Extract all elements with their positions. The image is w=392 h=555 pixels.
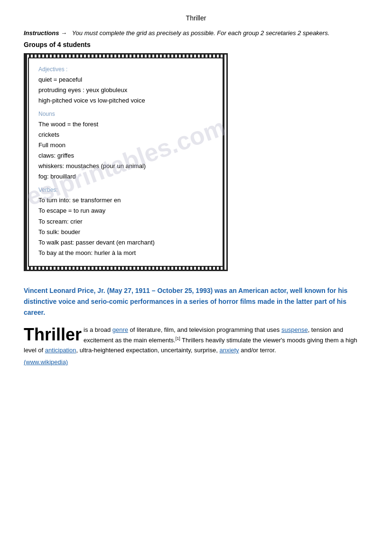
verbes-label: Verbes: [38, 187, 213, 193]
adjective-line-2: protruding eyes : yeux globuleux [38, 85, 213, 95]
def-text-middle: of literature, film, and television prog… [128, 326, 281, 333]
verbe-line-4: To sulk: bouder [38, 227, 213, 237]
card-inner: Adjectives : quiet = peaceful protruding… [28, 57, 224, 267]
noun-line-5: whiskers: moustaches (pour un animal) [38, 161, 213, 171]
instructions-label: Instructions → [24, 29, 67, 37]
def-text5: and/or terror. [239, 347, 276, 354]
instructions-text: You must complete the grid as precisely … [72, 29, 330, 37]
page-title: Thriller [24, 14, 368, 22]
noun-line-4: claws: griffes [38, 151, 213, 161]
vocabulary-card: Adjectives : quiet = peaceful protruding… [24, 53, 228, 271]
def-suspense: suspense [281, 326, 308, 333]
adjective-line-1: quiet = peaceful [38, 75, 213, 85]
verbe-line-3: To scream: crier [38, 216, 213, 227]
wikipedia-link[interactable]: (www.wikipedia) [24, 358, 68, 366]
instructions: Instructions → You must complete the gri… [24, 28, 368, 38]
definition-section: Thriller is a broad genre of literature,… [24, 325, 368, 356]
def-text4: , ultra-heightened expectation, uncertai… [76, 347, 220, 354]
verbe-line-2: To escape = to run away [38, 206, 213, 216]
def-text-before: is a broad [84, 326, 112, 333]
groups-label: Groups of 4 students [24, 41, 368, 48]
def-superscript: [1] [176, 336, 180, 341]
adjectives-label: Adjectives : [38, 66, 213, 73]
def-anxiety: anxiety [219, 347, 239, 354]
noun-line-1: The wood = the forest [38, 119, 213, 130]
verbe-line-5: To walk past: passer devant (en marchant… [38, 237, 213, 248]
wikipedia-link-container: (www.wikipedia) [24, 358, 368, 366]
def-anticipation: anticipation [45, 347, 76, 354]
verbe-line-6: To bay at the moon: hurler à la mort [38, 248, 213, 258]
bio-section: Vincent Leonard Price, Jr. (May 27, 1911… [24, 285, 368, 318]
def-genre[interactable]: genre [112, 326, 128, 333]
bio-text: Vincent Leonard Price, Jr. (May 27, 1911… [24, 287, 347, 316]
noun-line-3: Full moon [38, 140, 213, 151]
thriller-big-word: Thriller [24, 326, 82, 343]
noun-line-6: fog: brouillard [38, 171, 213, 182]
nouns-label: Nouns [38, 111, 213, 117]
adjective-line-3: high-pitched voice vs low-pitched voice [38, 95, 213, 106]
noun-line-2: crickets [38, 130, 213, 140]
verbe-line-1: To turn into: se transformer en [38, 195, 213, 206]
